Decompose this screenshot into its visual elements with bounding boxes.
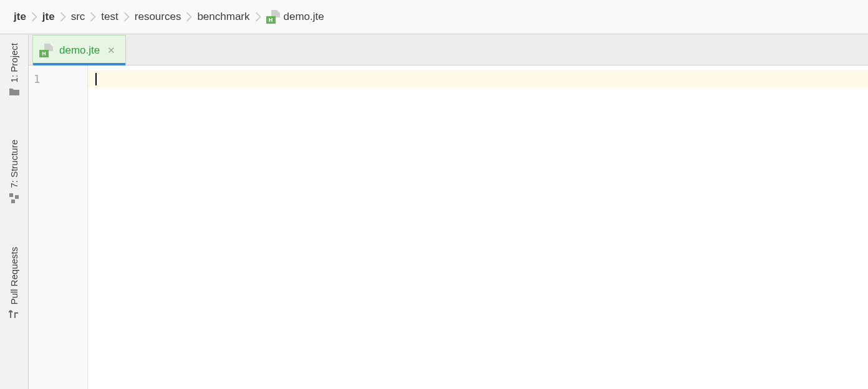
chevron-right-icon <box>123 12 130 22</box>
breadcrumb-item-benchmark[interactable]: benchmark <box>193 8 253 26</box>
line-number: 1 <box>34 70 87 88</box>
chevron-right-icon <box>186 12 192 22</box>
text-cursor <box>95 73 97 85</box>
tab-title: demo.jte <box>59 44 100 57</box>
gutter: 1 <box>29 65 88 389</box>
svg-rect-2 <box>11 199 15 203</box>
tool-label: 7: Structure <box>9 140 19 188</box>
tool-project[interactable]: 1: Project <box>9 39 20 100</box>
tab-demo-jte[interactable]: H demo.jte ✕ <box>32 35 126 65</box>
breadcrumb-item-jte[interactable]: jte <box>39 8 59 26</box>
svg-rect-1 <box>15 195 19 199</box>
chevron-right-icon <box>60 12 66 22</box>
pull-request-icon <box>9 309 20 319</box>
breadcrumb-item-resources[interactable]: resources <box>131 8 185 26</box>
editor-tabs: H demo.jte ✕ <box>29 34 868 65</box>
code-area[interactable] <box>88 65 868 389</box>
tool-label: Pull Requests <box>9 247 19 305</box>
close-icon[interactable]: ✕ <box>106 44 117 57</box>
breadcrumb: jte jte src test resources benchmark H d… <box>0 0 868 34</box>
chevron-right-icon <box>255 12 261 22</box>
breadcrumb-item-jte-root[interactable]: jte <box>10 8 30 26</box>
tool-pull-requests[interactable]: Pull Requests <box>9 243 20 324</box>
jte-file-icon: H <box>266 10 280 24</box>
breadcrumb-item-test[interactable]: test <box>97 8 122 26</box>
breadcrumb-item-file[interactable]: H demo.jte <box>263 7 328 26</box>
editor[interactable]: 1 <box>29 65 868 389</box>
chevron-right-icon <box>90 12 96 22</box>
folder-icon <box>9 87 20 96</box>
tool-window-strip: 1: Project 7: Structure Pull Requests <box>0 34 29 389</box>
structure-icon <box>9 193 19 203</box>
tool-label: 1: Project <box>9 43 19 82</box>
current-line-highlight <box>88 70 868 88</box>
breadcrumb-item-src[interactable]: src <box>67 8 89 26</box>
jte-file-icon: H <box>39 44 53 57</box>
tool-structure[interactable]: 7: Structure <box>9 136 19 207</box>
chevron-right-icon <box>31 12 37 22</box>
svg-rect-0 <box>9 193 13 197</box>
